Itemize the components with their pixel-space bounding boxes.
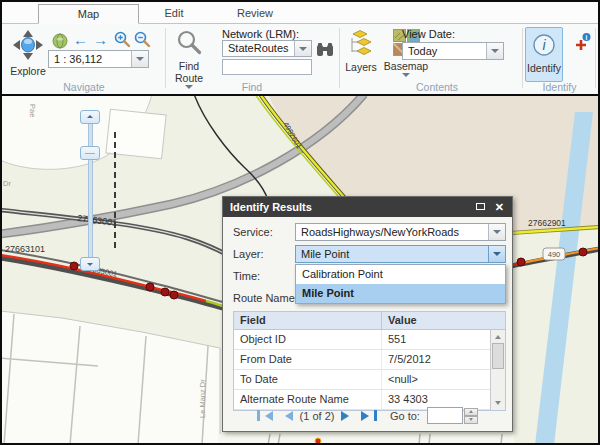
find-route-button[interactable]: Find Route — [168, 29, 210, 93]
cell-value: 7/5/2012 — [382, 350, 490, 370]
street-strip — [218, 434, 514, 443]
identify-label: Identify — [527, 62, 561, 74]
network-value[interactable]: StateRoutes — [223, 41, 294, 56]
basemap-label: Basemap — [384, 60, 428, 72]
dropdown-option-mile-point[interactable]: Mile Point — [296, 284, 505, 303]
slider-tick-marks — [114, 132, 116, 248]
route-label-27663101: 27663101 — [5, 244, 45, 254]
mile-point-dot[interactable] — [70, 262, 78, 270]
layers-icon — [347, 29, 375, 61]
street-label-pae: Pae — [28, 104, 37, 117]
tab-edit[interactable]: Edit — [142, 4, 206, 24]
view-date-combo[interactable]: Today — [402, 42, 504, 60]
scroll-up-button[interactable] — [491, 330, 505, 343]
service-label: Service: — [233, 226, 273, 238]
chevron-down-icon — [185, 85, 193, 93]
table-row[interactable]: Object ID 551 — [234, 330, 490, 350]
map-scale-value[interactable]: 1 : 36,112 — [49, 51, 131, 67]
zoom-slider[interactable] — [80, 110, 102, 272]
group-label-contents: Contents — [377, 81, 497, 93]
service-combo[interactable]: RoadsHighways/NewYorkRoads — [295, 223, 506, 241]
explore-icon — [12, 29, 44, 65]
layers-button[interactable]: Layers — [343, 29, 379, 73]
tab-map[interactable]: Map — [38, 4, 139, 24]
column-header-value[interactable]: Value — [382, 312, 505, 330]
cell-field: To Date — [234, 370, 382, 390]
chevron-down-icon — [136, 57, 144, 65]
find-route-label-2: Route — [175, 72, 203, 84]
layer-combo[interactable]: Mile Point — [295, 245, 506, 263]
identify-button[interactable]: i Identify — [525, 27, 563, 82]
zoom-slider-handle[interactable] — [80, 146, 100, 160]
group-label-identify: Identify — [502, 81, 600, 93]
view-date-value[interactable]: Today — [403, 43, 486, 59]
explore-label: Explore — [10, 65, 46, 77]
spinner-up-button[interactable] — [464, 408, 478, 416]
chevron-down-icon — [491, 49, 499, 57]
network-dropdown-button[interactable] — [294, 41, 311, 56]
mile-point-dot[interactable] — [517, 258, 525, 266]
service-dropdown-button[interactable] — [488, 224, 505, 240]
time-label: Time: — [233, 270, 260, 282]
group-separator — [522, 28, 523, 88]
spinner-down-button[interactable] — [464, 416, 478, 424]
street-label-dr: Dr — [3, 179, 11, 188]
zoom-slider-up-button[interactable] — [80, 110, 100, 124]
cell-field: Object ID — [234, 330, 382, 350]
network-combo[interactable]: StateRoutes — [222, 40, 312, 57]
goto-label: Go to: — [390, 410, 420, 422]
previous-extent-arrow-icon[interactable]: ← — [73, 31, 88, 48]
binoculars-icon[interactable] — [316, 42, 334, 61]
table-row[interactable]: From Date 7/5/2012 — [234, 350, 490, 370]
find-route-magnifier-icon — [176, 29, 203, 60]
mile-point-dot[interactable] — [170, 291, 178, 299]
svg-text:i: i — [586, 34, 588, 41]
close-icon[interactable]: ✕ — [495, 197, 504, 217]
maximize-icon[interactable] — [476, 203, 485, 210]
layers-label: Layers — [345, 61, 377, 73]
ribbon: Map Edit Review Navigate Find Contents I… — [2, 2, 598, 94]
last-page-button[interactable] — [361, 410, 377, 421]
network-lrm-label: Network (LRM): — [222, 28, 299, 40]
group-separator — [595, 28, 596, 88]
map-marker-dot — [315, 438, 321, 443]
chevron-down-icon — [299, 47, 307, 55]
mile-point-dot[interactable] — [161, 288, 169, 296]
layer-dropdown-button[interactable] — [488, 246, 505, 262]
mile-point-dot[interactable] — [146, 283, 154, 291]
column-header-field[interactable]: Field — [234, 312, 382, 330]
identify-circle-i-icon: i — [531, 32, 557, 62]
zoom-slider-down-button[interactable] — [80, 257, 100, 271]
explore-button[interactable]: Explore — [8, 29, 48, 77]
first-page-button[interactable] — [257, 410, 273, 421]
dialog-title-bar[interactable]: Identify Results ✕ — [223, 197, 512, 217]
table-scrollbar[interactable] — [490, 330, 505, 410]
next-extent-arrow-icon[interactable]: → — [93, 31, 108, 48]
mile-point-dot[interactable] — [579, 248, 587, 256]
goto-input[interactable] — [427, 407, 463, 424]
street-blocks-area — [2, 311, 220, 443]
zoom-slider-track[interactable] — [88, 120, 93, 262]
zoom-in-icon[interactable] — [114, 31, 131, 52]
zoom-out-icon[interactable] — [134, 31, 151, 52]
goto-spinner[interactable] — [464, 408, 478, 424]
service-value[interactable]: RoadsHighways/NewYorkRoads — [296, 224, 488, 240]
layer-label: Layer: — [233, 248, 264, 260]
route-input-field[interactable] — [222, 59, 312, 75]
identify-route-location-icon[interactable]: i — [573, 32, 592, 55]
view-date-dropdown-button[interactable] — [486, 43, 503, 59]
previous-page-button[interactable] — [280, 411, 293, 421]
tab-review[interactable]: Review — [217, 4, 293, 24]
scrollbar-thumb[interactable] — [492, 343, 504, 369]
route-name-label: Route Name: — [233, 292, 298, 304]
dropdown-option-calibration-point[interactable]: Calibration Point — [296, 265, 505, 284]
layer-value[interactable]: Mile Point — [296, 246, 488, 262]
table-row[interactable]: To Date <null> — [234, 370, 490, 390]
map-scale-dropdown-button[interactable] — [131, 51, 148, 67]
chevron-down-icon — [402, 73, 410, 81]
next-page-button[interactable] — [341, 411, 354, 421]
map-scale-combo[interactable]: 1 : 36,112 — [48, 50, 149, 68]
group-separator — [339, 28, 340, 88]
group-label-find: Find — [192, 81, 312, 93]
view-date-label: View Date: — [402, 28, 455, 40]
